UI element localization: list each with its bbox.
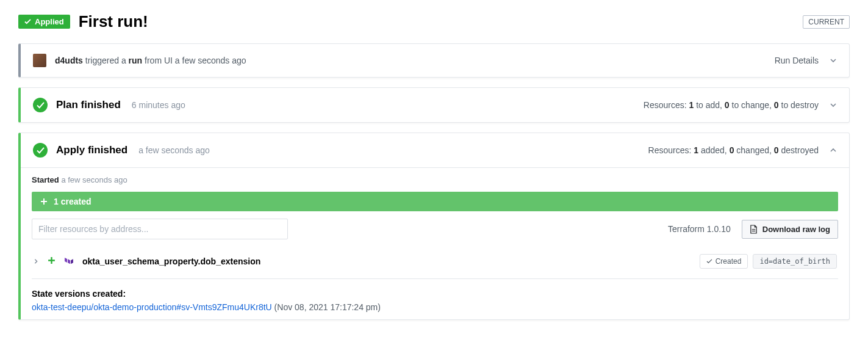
trigger-left: d4udts triggered a run from UI a few sec… <box>33 54 246 67</box>
run-details-label: Run Details <box>775 56 819 65</box>
resource-row: okta_user_schema_property.dob_extension … <box>32 248 838 279</box>
apply-started: Started a few seconds ago <box>32 175 838 184</box>
plan-resources-summary: Resources: 1 to add, 0 to change, 0 to d… <box>644 100 819 110</box>
state-version-date: (Nov 08, 2021 17:17:24 pm) <box>272 302 381 312</box>
chevron-down-icon[interactable] <box>830 57 837 64</box>
created-count-label: 1 created <box>54 197 91 206</box>
download-label: Download raw log <box>762 225 830 234</box>
trigger-user: d4udts <box>55 56 83 65</box>
plan-right: Resources: 1 to add, 0 to change, 0 to d… <box>644 100 837 110</box>
apply-left: Apply finished a few seconds ago <box>33 143 210 158</box>
apply-header[interactable]: Apply finished a few seconds ago Resourc… <box>21 133 849 167</box>
filter-row: Terraform 1.0.10 Download raw log <box>32 219 838 239</box>
header-left: Applied First run! <box>18 12 148 31</box>
download-raw-log-button[interactable]: Download raw log <box>742 220 838 239</box>
resource-id-pill: id=date_of_birth <box>753 254 837 269</box>
apply-resources-summary: Resources: 1 added, 0 changed, 0 destroy… <box>648 145 819 155</box>
chevron-down-icon[interactable] <box>830 101 837 109</box>
current-badge: CURRENT <box>803 15 850 29</box>
resource-name: okta_user_schema_property.dob_extension <box>82 256 260 266</box>
plan-header[interactable]: Plan finished 6 minutes ago Resources: 1… <box>21 88 849 122</box>
state-version-line: okta-test-deepu/okta-demo-production#sv-… <box>32 302 838 312</box>
apply-title: Apply finished <box>56 144 127 156</box>
status-badge-applied: Applied <box>18 15 70 29</box>
svg-marker-0 <box>65 258 67 263</box>
page-title: First run! <box>79 12 148 31</box>
check-circle-icon <box>33 143 48 158</box>
plan-left: Plan finished 6 minutes ago <box>33 98 185 112</box>
apply-time: a few seconds ago <box>138 145 210 155</box>
apply-body: Started a few seconds ago 1 created Terr… <box>21 167 849 319</box>
resource-left: okta_user_schema_property.dob_extension <box>33 256 260 267</box>
chevron-right-icon[interactable] <box>33 256 39 266</box>
file-icon <box>750 225 758 234</box>
apply-right: Resources: 1 added, 0 changed, 0 destroy… <box>648 145 837 155</box>
resource-right: Created id=date_of_birth <box>700 254 837 269</box>
state-versions-section: State versions created: okta-test-deepu/… <box>32 289 838 312</box>
run-trigger-panel: d4udts triggered a run from UI a few sec… <box>18 43 850 78</box>
terraform-icon <box>64 256 74 266</box>
plan-title: Plan finished <box>56 99 121 111</box>
check-icon <box>24 19 31 24</box>
status-badge-label: Applied <box>35 17 64 26</box>
plan-time: 6 minutes ago <box>132 100 185 110</box>
state-version-link[interactable]: okta-test-deepu/okta-demo-production#sv-… <box>32 302 272 312</box>
trigger-action: run <box>129 56 143 65</box>
plan-panel: Plan finished 6 minutes ago Resources: 1… <box>18 87 850 123</box>
check-circle-icon <box>33 98 48 112</box>
terraform-version: Terraform 1.0.10 <box>668 224 731 234</box>
trigger-right: Run Details <box>775 56 837 65</box>
plus-icon <box>40 198 48 205</box>
filter-right: Terraform 1.0.10 Download raw log <box>668 220 838 239</box>
resource-status-pill: Created <box>700 254 748 269</box>
svg-marker-1 <box>68 259 70 264</box>
created-summary-bar[interactable]: 1 created <box>32 192 838 211</box>
svg-marker-2 <box>71 259 73 264</box>
chevron-up-icon[interactable] <box>830 147 837 154</box>
run-trigger-header[interactable]: d4udts triggered a run from UI a few sec… <box>21 44 849 77</box>
plus-icon <box>48 256 56 267</box>
avatar <box>33 54 46 67</box>
check-icon <box>706 259 712 264</box>
page-header: Applied First run! CURRENT <box>18 12 850 31</box>
apply-panel: Apply finished a few seconds ago Resourc… <box>18 133 850 320</box>
filter-resources-input[interactable] <box>32 219 288 239</box>
trigger-text: d4udts triggered a run from UI a few sec… <box>55 56 246 65</box>
state-versions-label: State versions created: <box>32 289 838 299</box>
